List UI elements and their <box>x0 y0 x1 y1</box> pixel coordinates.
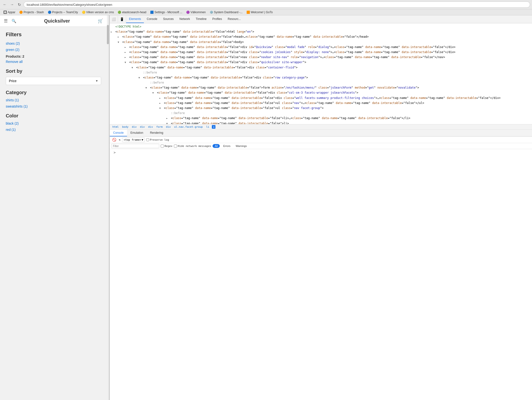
attr-name: class <box>284 96 292 100</box>
tree-line[interactable]: <!DOCTYPE html> <box>110 24 532 29</box>
console-tab-emulation[interactable]: Emulation <box>127 130 146 136</box>
bookmark-system-dashboard[interactable]: ⚙️ System Dashboard -... <box>208 10 244 14</box>
frame-select[interactable]: <top frame> ▼ <box>122 138 145 142</box>
breadcrumb-item[interactable]: div <box>139 125 146 129</box>
tree-line[interactable]: <class="tag-name" data-name="tag-name" d… <box>110 45 532 50</box>
console-prompt: > <box>112 150 530 155</box>
breadcrumb-item[interactable]: body <box>121 125 129 129</box>
breadcrumb-active[interactable]: a <box>212 125 215 129</box>
triangle-open-icon[interactable] <box>132 66 134 70</box>
breadcrumb-item[interactable]: div <box>147 125 154 129</box>
bookmark-appar[interactable]: 🔲 Appar <box>2 10 17 14</box>
filter-shoes[interactable]: shoes (2) <box>6 42 101 45</box>
bookmark-valkommen[interactable]: 🟣 Välkommen <box>185 10 207 14</box>
tree-line[interactable]: <class="tag-name" data-name="tag-name" d… <box>110 100 532 106</box>
triangle-closed-icon[interactable] <box>118 35 120 39</box>
clear-console-button[interactable]: 🚫 <box>111 137 117 142</box>
tree-line[interactable]: <class="tag-name" data-name="tag-name" d… <box>110 121 532 124</box>
breadcrumb-item[interactable]: ul.nav.facet-group <box>173 125 203 129</box>
category-sweatshirts[interactable]: sweatshirts (1) <box>6 104 101 108</box>
triangle-closed-icon[interactable] <box>166 116 169 120</box>
tab-timeline[interactable]: Timeline <box>193 15 209 23</box>
tree-line[interactable]: <class="tag-name" data-name="tag-name" d… <box>110 96 532 100</box>
triangle-closed-icon[interactable] <box>125 50 127 54</box>
category-shirts[interactable]: shirts (1) <box>6 98 101 102</box>
tree-line[interactable]: <class="tag-name" data-name="tag-name" d… <box>110 60 532 65</box>
level-errors-button[interactable]: Errors <box>221 144 232 148</box>
console-tab-rendering[interactable]: Rendering <box>146 130 166 136</box>
search-button[interactable]: 🔍 <box>11 18 17 24</box>
bookmark-elasticsearch[interactable]: 🟢 elasticsearch-head <box>116 10 148 14</box>
tree-line[interactable]: <class="tag-name" data-name="tag-name" d… <box>110 34 532 39</box>
inspect-icon-button[interactable]: ⬜ <box>110 16 118 23</box>
breadcrumb-item[interactable]: form <box>156 125 164 129</box>
breadcrumb-item[interactable]: div <box>131 125 137 129</box>
breadcrumb-item[interactable]: div <box>165 125 171 129</box>
tree-line[interactable]: <class="tag-name" data-name="tag-name" d… <box>110 50 532 55</box>
forward-button[interactable]: → <box>9 2 15 7</box>
breadcrumb-item[interactable]: html <box>112 125 120 129</box>
triangle-open-icon[interactable] <box>118 40 120 44</box>
breadcrumb-item[interactable]: li <box>205 125 210 129</box>
console-controls: 🚫 ⚗ <top frame> ▼ Preserve log <box>110 137 532 143</box>
triangle-closed-icon[interactable] <box>111 30 114 34</box>
tree-line[interactable]: <class="tag-name" data-name="tag-name" d… <box>110 75 532 80</box>
tab-profiles[interactable]: Profiles <box>209 15 225 23</box>
sort-select[interactable]: Price Name Newest <box>6 77 101 85</box>
filter-green[interactable]: green (2) <box>6 48 101 52</box>
bookmark-vilken[interactable]: 🟡 Vilken version av cms <box>81 10 115 14</box>
console-tab-console[interactable]: Console <box>110 130 127 136</box>
bookmark-settings[interactable]: 🟦 Settings - Microsoft ... <box>149 10 184 14</box>
color-red[interactable]: red (1) <box>6 128 101 131</box>
hamburger-button[interactable]: ☰ <box>3 17 9 25</box>
attr-name: data-interactable <box>358 116 388 120</box>
tree-line[interactable]: <class="tag-name" data-name="tag-name" d… <box>110 85 532 90</box>
tree-line[interactable]: ::before <box>110 111 532 116</box>
tree-line[interactable]: <class="tag-name" data-name="tag-name" d… <box>110 29 532 34</box>
tree-line[interactable]: <class="tag-name" data-name="tag-name" d… <box>110 106 532 111</box>
triangle-open-icon[interactable] <box>166 122 169 124</box>
triangle-open-icon[interactable] <box>139 76 141 80</box>
tree-line[interactable]: <class="tag-name" data-name="tag-name" d… <box>110 116 532 121</box>
bookmark-projects-stash[interactable]: 🟠 Projects - Stash <box>18 10 45 14</box>
address-bar[interactable] <box>24 1 530 8</box>
triangle-closed-icon[interactable] <box>159 96 162 100</box>
tree-line[interactable]: <class="tag-name" data-name="tag-name" d… <box>110 65 532 70</box>
tree-line[interactable]: <class="tag-name" data-name="tag-name" d… <box>110 90 532 95</box>
tree-line[interactable]: <class="tag-name" data-name="tag-name" d… <box>110 40 532 45</box>
tab-resources[interactable]: Resourc... <box>225 15 244 23</box>
website-scrollbar[interactable] <box>107 15 109 400</box>
back-button[interactable]: ← <box>2 2 8 7</box>
attr-name: data-interactable <box>197 56 227 59</box>
triangle-open-icon[interactable] <box>145 86 148 90</box>
triangle-open-icon[interactable] <box>159 106 162 110</box>
attr-value: display: none <box>306 50 329 54</box>
triangle-open-icon[interactable] <box>125 61 127 64</box>
remove-all-link[interactable]: Remove all <box>6 60 23 64</box>
tab-network[interactable]: Network <box>177 15 193 23</box>
attr-name: data-name <box>153 40 169 44</box>
triangle-open-icon[interactable] <box>152 91 155 95</box>
tab-sources[interactable]: Sources <box>160 15 177 23</box>
attr-name: class <box>247 35 256 38</box>
regex-checkbox[interactable] <box>161 144 164 148</box>
level-warnings-button[interactable]: Warnings <box>234 144 249 148</box>
hide-network-checkbox[interactable] <box>174 144 177 148</box>
console-filter-input[interactable] <box>111 144 159 148</box>
triangle-closed-icon[interactable] <box>159 101 162 105</box>
triangle-closed-icon[interactable] <box>125 56 127 59</box>
reload-button[interactable]: ↻ <box>16 2 22 7</box>
tree-line[interactable]: ::before <box>110 80 532 85</box>
preserve-log-checkbox[interactable] <box>146 138 149 141</box>
bookmark-welcome[interactable]: 🟧 Welcome! | GoTo <box>245 10 274 14</box>
tab-console[interactable]: Console <box>144 15 160 23</box>
triangle-closed-icon[interactable] <box>125 45 127 49</box>
bookmark-projects-teamcity[interactable]: 🔵 Projects -- TeamCity <box>46 10 80 14</box>
color-black[interactable]: black (2) <box>6 121 101 125</box>
tree-line[interactable]: ::before <box>110 70 532 75</box>
tree-line[interactable]: <class="tag-name" data-name="tag-name" d… <box>110 55 532 60</box>
cart-button[interactable]: 🛒 <box>97 17 104 25</box>
mobile-icon-button[interactable]: 📱 <box>118 16 126 23</box>
level-all-button[interactable]: All <box>213 144 220 148</box>
tab-elements[interactable]: Elements <box>126 15 144 23</box>
